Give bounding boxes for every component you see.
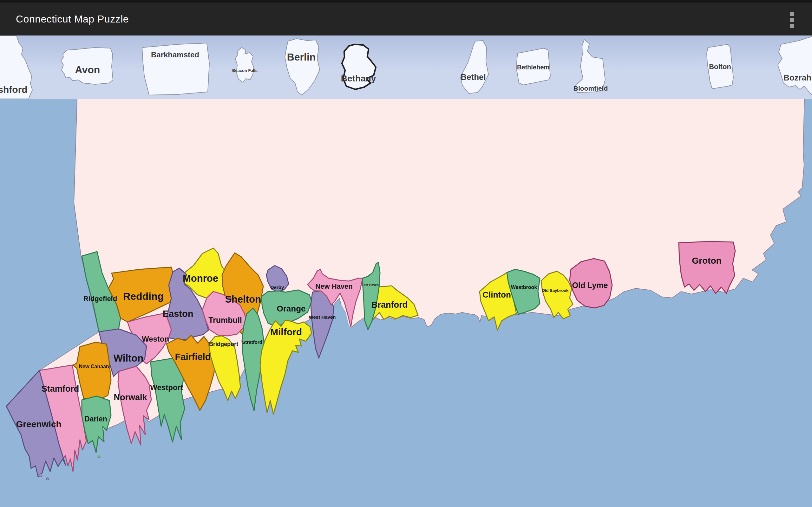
island [39,474,42,477]
town-label: Clinton [483,290,511,299]
town-label: Ridgefield [84,295,117,302]
menu-dot [790,12,794,16]
tray-piece-beacon-falls[interactable] [235,48,254,82]
town-label: Westport [150,383,183,392]
app-title: Connecticut Map Puzzle [16,3,129,36]
island [46,477,49,480]
town-label: Derby [270,285,284,290]
map-canvas: Ridgefield Redding Monroe Easton Weston … [0,99,812,507]
app-screen: Connecticut Map Puzzle shford Avon Barkh… [0,0,812,507]
island [98,455,100,458]
town-label: Weston [142,335,169,343]
tray-label: Beacon Falls [232,68,258,73]
tray-label: Bethany [341,73,376,83]
tray-label: Berlin [287,51,316,63]
town-label: Old Saybrook [542,288,569,293]
overflow-menu-icon[interactable] [780,6,803,33]
town-label: New Haven [315,282,352,290]
town-label: Darien [84,415,107,423]
town-label: New Canaan [79,364,109,369]
town-label: Wilton [113,353,143,364]
tray-label: Bolton [709,63,731,71]
town-label: Trumbull [208,316,242,325]
town-label: Easton [163,308,194,319]
town-label: Norwalk [113,393,147,402]
town-label: Fairfield [175,352,211,362]
town-label: Westbrook [511,285,537,290]
town-label: West Haven [309,314,336,320]
town-label: Bridgeport [209,341,238,347]
town-label: Milford [270,327,302,337]
tray-label: shford [0,84,28,95]
town-label: Monroe [183,273,218,284]
tray-canvas: shford Avon Barkhamsted Beacon Falls Ber… [0,36,812,99]
tray-label: Bloomfield [573,84,608,92]
tray-label: Barkhamsted [151,50,199,59]
town-label: Orange [276,304,305,314]
town-label: Groton [692,256,721,266]
tray-piece-berlin[interactable] [285,39,320,95]
map-town-groton[interactable] [679,241,735,293]
tray-label: Bethlehem [517,64,549,71]
town-label: Old Lyme [572,281,608,290]
town-label: Redding [123,291,164,302]
town-label: Greenwich [16,419,61,429]
town-label: Branford [371,300,408,309]
tray-piece-bethel[interactable] [461,41,489,94]
town-label: East Haven [362,283,379,287]
app-bar: Connecticut Map Puzzle [0,0,812,36]
tray-label: Bethel [461,72,486,82]
town-label: Stratford [242,339,262,345]
town-label: Shelton [225,294,261,305]
tray-piece-bozrah[interactable] [778,37,812,95]
town-label: Stamford [42,384,79,394]
tray-label: Bozrah [783,73,811,82]
menu-dot [790,18,794,22]
tray-label: Avon [75,64,100,75]
menu-dot [790,24,794,28]
status-bar [0,0,812,3]
piece-tray: shford Avon Barkhamsted Beacon Falls Ber… [0,36,812,99]
